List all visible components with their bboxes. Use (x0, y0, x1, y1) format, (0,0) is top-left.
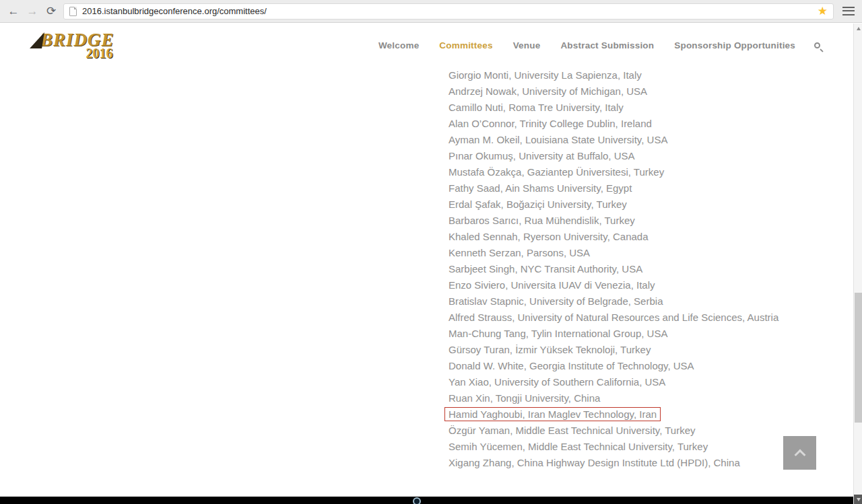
committee-list: Giorgio Monti, University La Sapienza, I… (449, 67, 862, 471)
committee-member-text: Ayman M. Okeil, Louisiana State Universi… (449, 133, 667, 147)
committee-member: Yan Xiao, University of Southern Califor… (449, 374, 862, 390)
back-button[interactable]: ← (4, 2, 23, 21)
committee-member: Enzo Siviero, Universita IUAV di Venezia… (449, 277, 862, 293)
committee-member-highlighted: Hamid Yaghoubi, Iran Maglev Technology, … (449, 406, 862, 423)
footer-strip (0, 497, 862, 504)
nav-abstract-submission[interactable]: Abstract Submission (560, 40, 654, 50)
search-icon (814, 42, 820, 48)
committee-member: Alan O’Connor, Trinity College Dublin, I… (449, 116, 862, 132)
committee-member-text: Khaled Sennah, Ryerson University, Canad… (449, 230, 649, 244)
committee-member-text: Barbaros Sarıcı, Rua Mühendislik, Turkey (449, 214, 635, 227)
committee-member-text: Erdal Şafak, Boğaziçi University, Turkey (449, 198, 627, 211)
committee-member-text: Hamid Yaghoubi, Iran Maglev Technology, … (444, 407, 661, 421)
committee-member-text: Yan Xiao, University of Southern Califor… (449, 375, 665, 389)
triangle-down-icon (857, 498, 861, 501)
page-icon (69, 7, 77, 16)
committee-member: Man-Chung Tang, Tylin International Grou… (449, 326, 862, 342)
refresh-icon: ⟳ (46, 2, 56, 21)
committee-member: Ruan Xin, Tongji University, China (449, 390, 862, 406)
committee-member: Ayman M. Okeil, Louisiana State Universi… (449, 132, 862, 148)
committee-member: Erdal Şafak, Boğaziçi University, Turkey (449, 196, 862, 213)
committee-member-text: Andrzej Nowak, University of Michigan, U… (449, 85, 647, 98)
page-content: Giorgio Monti, University La Sapienza, I… (0, 67, 862, 471)
bookmark-star-icon[interactable]: ★ (818, 4, 828, 18)
committee-member: Andrzej Nowak, University of Michigan, U… (449, 83, 862, 100)
committee-member: Alfred Strauss, University of Natural Re… (449, 310, 862, 326)
committee-member-text: Ruan Xin, Tongji University, China (449, 392, 600, 405)
vertical-scrollbar[interactable] (853, 24, 862, 504)
triangle-up-icon (857, 27, 861, 30)
committee-member: Giorgio Monti, University La Sapienza, I… (449, 67, 862, 83)
nav-welcome[interactable]: Welcome (378, 40, 419, 50)
scroll-to-top-button[interactable] (783, 436, 816, 470)
committee-member: Kenneth Serzan, Parsons, USA (449, 245, 862, 261)
site-logo[interactable]: BRIDGE 2016 (32, 31, 114, 60)
committee-member-text: Semih Yücemen, Middle East Technical Uni… (449, 440, 708, 454)
search-button[interactable] (813, 39, 822, 52)
committee-member: Sarbjeet Singh, NYC Transit Authority, U… (449, 261, 862, 277)
footer-emblem-icon (413, 497, 421, 504)
forward-arrow-icon: → (27, 2, 38, 21)
site-header: BRIDGE 2016 Welcome Committees Venue Abs… (0, 23, 862, 67)
committee-member-text: Fathy Saad, Ain Shams University, Egypt (449, 182, 632, 195)
url-text[interactable]: 2016.istanbulbridgeconference.org/commit… (82, 6, 812, 16)
committee-member-text: Enzo Siviero, Universita IUAV di Venezia… (449, 279, 655, 292)
scrollbar-thumb[interactable] (855, 293, 862, 423)
committee-member-text: Gürsoy Turan, İzmir Yüksek Teknoloji, Tu… (449, 343, 651, 357)
committee-member: Khaled Sennah, Ryerson University, Canad… (449, 229, 862, 245)
committee-member-text: Bratislav Stapnic, University of Belgrad… (449, 295, 663, 308)
chevron-up-icon (794, 449, 805, 461)
committee-member-text: Alfred Strauss, University of Natural Re… (449, 311, 778, 324)
committee-member-text: Alan O’Connor, Trinity College Dublin, I… (449, 117, 652, 131)
committee-member-text: Xigang Zhang, China Highway Design Insti… (449, 456, 740, 470)
scrollbar-up-button[interactable] (854, 24, 862, 33)
committee-member-text: Mustafa Özakça, Gaziantep Üniversitesi, … (449, 166, 664, 179)
committee-member: Camillo Nuti, Roma Tre University, Italy (449, 100, 862, 116)
browser-menu-button[interactable] (839, 2, 858, 21)
committee-member: Bratislav Stapnic, University of Belgrad… (449, 293, 862, 310)
committee-member: Mustafa Özakça, Gaziantep Üniversitesi, … (449, 164, 862, 180)
address-bar[interactable]: 2016.istanbulbridgeconference.org/commit… (63, 3, 834, 20)
back-arrow-icon: ← (8, 2, 20, 21)
committee-member-text: Man-Chung Tang, Tylin International Grou… (449, 327, 667, 340)
committee-member-text: Giorgio Monti, University La Sapienza, I… (449, 69, 642, 82)
committee-member: Fathy Saad, Ain Shams University, Egypt (449, 180, 862, 196)
committee-member: Barbaros Sarıcı, Rua Mühendislik, Turkey (449, 213, 862, 229)
committee-member: Pınar Okumuş, University at Buffalo, USA (449, 148, 862, 164)
committee-member-text: Camillo Nuti, Roma Tre University, Italy (449, 101, 624, 114)
committee-member: Donald W. White, Georgia Institute of Te… (449, 358, 862, 374)
nav-venue[interactable]: Venue (513, 40, 541, 50)
committee-member-text: Kenneth Serzan, Parsons, USA (449, 246, 590, 260)
committee-member-text: Özgür Yaman, Middle East Technical Unive… (449, 424, 696, 437)
forward-button[interactable]: → (23, 2, 42, 21)
nav-committees[interactable]: Committees (439, 40, 492, 50)
committee-member: Gürsoy Turan, İzmir Yüksek Teknoloji, Tu… (449, 342, 862, 358)
committee-member-text: Donald W. White, Georgia Institute of Te… (449, 359, 694, 373)
browser-toolbar: ← → ⟳ 2016.istanbulbridgeconference.org/… (0, 0, 862, 23)
refresh-button[interactable]: ⟳ (42, 2, 61, 21)
nav-sponsorship-opportunities[interactable]: Sponsorship Opportunities (674, 40, 795, 50)
hamburger-icon (842, 7, 855, 15)
scrollbar-down-button[interactable] (854, 495, 862, 504)
committee-member-text: Sarbjeet Singh, NYC Transit Authority, U… (449, 262, 642, 276)
main-nav: Welcome Committees Venue Abstract Submis… (358, 39, 822, 52)
committee-member-text: Pınar Okumuş, University at Buffalo, USA (449, 149, 635, 163)
